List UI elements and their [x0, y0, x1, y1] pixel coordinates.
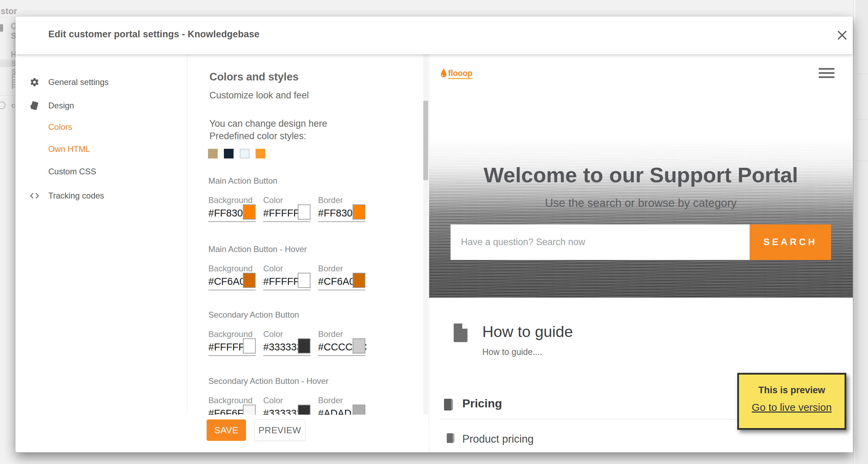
preset-color-swatch[interactable] [256, 149, 265, 158]
preset-color-swatch[interactable] [240, 149, 249, 158]
book-icon [447, 433, 455, 444]
sidebar-item-general-settings[interactable]: General settings [16, 75, 187, 90]
preset-color-swatch[interactable] [224, 149, 234, 158]
sidebar-item-label: Custom CSS [48, 167, 96, 176]
color-value: #333333 [263, 341, 302, 353]
border-color-field: Border #FF8300 [318, 196, 365, 222]
field-label: Border [318, 330, 365, 339]
text-color-field: Color #FFFFFF [263, 196, 310, 222]
preset-color-row [208, 149, 265, 158]
color-swatch[interactable] [353, 273, 365, 288]
backdrop-divider [0, 17, 16, 17]
portal-logo[interactable]: flooop [441, 69, 472, 79]
color-swatch[interactable] [298, 338, 310, 354]
color-swatch[interactable] [298, 273, 310, 288]
field-label: Background [208, 330, 256, 339]
modal-title: Edit customer portal settings - Knowledg… [48, 29, 259, 40]
panel-description: You can change design here [209, 118, 327, 129]
color-value-input[interactable]: #CF6A00 [208, 273, 256, 290]
preview-divider [429, 54, 429, 452]
preview-mode-badge: This is preview Go to live version [737, 373, 846, 430]
main-action-button-section: Main Action Button Background #FF8300 Co… [208, 176, 388, 222]
hero-title: Welcome to our Support Portal [429, 163, 853, 187]
search-button[interactable]: SEARCH [750, 224, 831, 260]
color-value-input[interactable]: #FF8300 [208, 205, 256, 222]
article-title[interactable]: How to guide [482, 323, 573, 341]
text-color-field: Color #333333 [263, 330, 310, 356]
book-icon [444, 399, 454, 412]
sidebar-item-colors[interactable]: Colors [16, 119, 187, 135]
sidebar-item-own-html[interactable]: Own HTML [16, 142, 187, 157]
panel-scrollbar-thumb[interactable] [423, 101, 428, 180]
gear-icon [29, 77, 40, 87]
color-swatch[interactable] [353, 204, 365, 220]
backdrop-right-margin [853, 0, 868, 464]
colors-settings-panel: Colors and styles Customize look and fee… [187, 54, 429, 452]
color-swatch[interactable] [298, 204, 310, 220]
panel-footer: SAVE PREVIEW [187, 415, 429, 452]
field-label: Color [263, 264, 310, 273]
hamburger-menu-icon[interactable] [819, 68, 835, 78]
category-label[interactable]: Pricing [462, 397, 502, 410]
secondary-action-button-section: Secondary Action Button Background #FFFF… [208, 310, 388, 356]
close-icon[interactable] [836, 29, 848, 41]
color-value-input[interactable]: #FFFFFF [263, 205, 310, 222]
color-swatch[interactable] [243, 204, 256, 220]
save-button[interactable]: SAVE [207, 419, 246, 441]
preset-color-swatch[interactable] [208, 149, 218, 158]
sidebar-item-label: General settings [48, 77, 109, 87]
settings-sidebar: General settings Design Colors Own HTML … [16, 54, 187, 452]
field-label: Color [263, 330, 310, 339]
panel-heading: Colors and styles [209, 71, 298, 83]
edit-portal-settings-modal: Edit customer portal settings - Knowledg… [16, 17, 853, 452]
color-value-input[interactable]: #CCCCCC [318, 339, 365, 356]
sidebar-item-custom-css[interactable]: Custom CSS [16, 164, 187, 179]
preview-button[interactable]: PREVIEW [254, 419, 305, 441]
color-swatch[interactable] [243, 338, 256, 354]
field-label: Border [318, 196, 365, 205]
sidebar-item-design[interactable]: Design [16, 98, 187, 113]
color-value-input[interactable]: #CF6A00 [318, 273, 365, 290]
text-color-field: Color #FFFFFF [263, 264, 310, 290]
color-value: #FF8300 [318, 207, 358, 219]
backdrop-divider [0, 95, 16, 96]
border-color-field: Border #CF6A00 [318, 264, 365, 290]
hero-subtitle: Use the search or browse by category [429, 196, 853, 210]
backdrop-letter: F [11, 83, 16, 91]
logo-text: flooop [448, 69, 472, 79]
field-label: Color [263, 196, 310, 205]
color-swatch[interactable] [243, 273, 256, 288]
color-value-input[interactable]: #FFFFFF [263, 273, 310, 290]
category-label[interactable]: Product pricing [462, 433, 534, 445]
color-swatch[interactable] [353, 338, 365, 354]
sidebar-item-tracking-codes[interactable]: Tracking codes [16, 188, 187, 203]
sidebar-item-label: Own HTML [48, 144, 90, 154]
color-value-input[interactable]: #FF8300 [318, 205, 365, 222]
hero-banner: flooop Welcome to our Support Portal Use… [429, 54, 853, 298]
search-bar: SEARCH [451, 224, 831, 260]
backdrop-icon-fragment [0, 24, 3, 32]
screen: stor C S H S S F F F c Edit customer por… [0, 0, 868, 464]
field-label: Border [318, 396, 365, 405]
color-value-input[interactable]: #FFFFFF [208, 339, 256, 356]
badge-text: This is preview [739, 385, 845, 396]
panel-preset-label: Predefined color styles: [209, 131, 306, 142]
color-value-input[interactable]: #333333 [263, 339, 310, 356]
main-action-button-hover-section: Main Action Button - Hover Background #C… [208, 244, 388, 290]
modal-header: Edit customer portal settings - Knowledg… [16, 17, 853, 54]
sidebar-item-label: Colors [48, 122, 72, 132]
section-title: Main Action Button - Hover [208, 244, 388, 254]
sidebar-item-label: Design [48, 101, 74, 110]
search-input[interactable] [451, 224, 750, 260]
field-label: Background [208, 396, 256, 405]
section-title: Secondary Action Button [208, 310, 388, 320]
background-color-field: Background #FF8300 [208, 196, 256, 222]
go-to-live-version-link[interactable]: Go to live version [752, 402, 832, 413]
panel-subheading: Customize look and feel [209, 90, 309, 101]
water-drop-icon [441, 69, 447, 78]
backdrop-circle-icon [0, 102, 6, 109]
style-icon [29, 100, 40, 111]
article-subtitle: How to guide.... [482, 347, 542, 357]
background-color-field: Background #CF6A00 [208, 264, 256, 290]
field-label: Color [263, 396, 310, 405]
